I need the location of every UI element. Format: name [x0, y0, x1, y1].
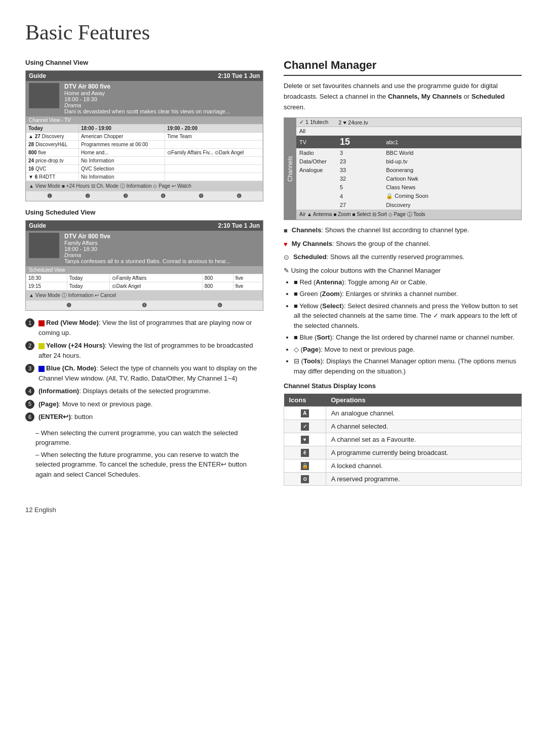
cm-sidebar: Channels ✓ 1 1futech 2 ♥ 24ore.tv AllTV1… [284, 118, 521, 220]
guide-time: 2:10 Tue 1 Jun [218, 72, 260, 79]
sbtn-1: ❶ [66, 302, 71, 309]
enter-sub2: When selecting the future programme, you… [35, 450, 263, 480]
guide-row: 28 DiscoveryH&LProgrammes resume at 06:0… [26, 141, 263, 149]
col-time1: 18:00 - 19:00 [79, 124, 165, 133]
btn-1: ❶ [47, 193, 52, 199]
guide-row: ▼ 6 R4DTTNo Information [26, 173, 263, 181]
page-footer: 12 English [25, 506, 522, 514]
cm-row: 4🔒 Coming Soon [296, 192, 521, 201]
guide2-header: Guide 2:10 Tue 1 Jun [26, 221, 263, 231]
numbered-item: 5 (Page): Move to next or previous page. [25, 399, 263, 409]
cm-footer: Air ▲ Antenna ■ Zoom ■ Select ⊟ Sort ◇ P… [296, 209, 521, 220]
guide2-info-bar: DTV Air 800 five Family Affairs 18:00 - … [26, 231, 263, 266]
right-column: Channel Manager Delete or set favourites… [284, 59, 522, 486]
cm-row: 5Class News [296, 183, 521, 192]
sbtn-4: ❹ [142, 302, 147, 309]
scheduled-table: 18:30Today⊙Family Affairs800five19:15Tod… [26, 274, 263, 290]
guide-thumbnail [29, 83, 59, 108]
colour-intro-text: Using the colour buttons with the Channe… [291, 267, 441, 274]
colour-bullet: ■ Red (Antenna): Toggle among Air or Cab… [294, 277, 522, 287]
colour-bullet: ⊟ (Tools): Displays the Channel Manager … [294, 356, 522, 376]
cm-header-row: ✓ 1 1futech 2 ♥ 24ore.tv [296, 118, 521, 127]
cm-table: AllTV15abc1Radio3BBC WorldData/Other23bi… [296, 127, 521, 209]
page-title: Basic Features [25, 20, 522, 45]
guide2-time: 2:10 Tue 1 Jun [218, 222, 260, 229]
cm-row: All [296, 127, 521, 136]
colour-bullet: ■ Green (Zoom): Enlarges or shrinks a ch… [294, 289, 522, 299]
guide2-info-text: DTV Air 800 five Family Affairs 18:00 - … [64, 233, 230, 264]
numbered-item: 1 Red (View Mode): View the list of prog… [25, 318, 263, 338]
cm-row: TV15abc1 [296, 136, 521, 149]
guide2-show-subtitle: Family Affairs [64, 240, 230, 246]
guide-row: 16 QVCQVC Selection [26, 165, 263, 173]
guide2-view-label: Scheduled View [26, 266, 263, 274]
cm-row: Radio3BBC World [296, 149, 521, 157]
intro2: or [464, 93, 470, 100]
scheduled-view-label: Using Scheduled View [25, 208, 263, 216]
guide2-title: Guide [29, 222, 46, 229]
channel-bullets: ■Channels: Shows the channel list accord… [284, 225, 522, 263]
channel-bullet: ⊙Scheduled: Shows all the currently rese… [284, 252, 522, 263]
status-row: ⊙A reserved programme. [284, 473, 522, 486]
guide-info-text: DTV Air 800 five Home and Away 18:00 - 1… [64, 83, 230, 114]
status-row: 🔒A locked channel. [284, 459, 522, 473]
numbered-item: 4 (Information): Displays details of the… [25, 386, 263, 396]
guide2-show-title: DTV Air 800 five [64, 233, 230, 240]
status-row: ✓A channel selected. [284, 420, 522, 433]
guide2-buttons: ❶ ❹ ❻ [26, 301, 263, 310]
guide-row: ▲ 27 DiscoveryAmerican ChopperTime Team [26, 133, 263, 141]
channel-manager-title: Channel Manager [284, 59, 522, 76]
colour-bullets: ■ Red (Antenna): Toggle among Air or Cab… [284, 277, 522, 376]
guide-info-bar: DTV Air 800 five Home and Away 18:00 - 1… [26, 81, 263, 116]
sbtn-6: ❻ [217, 302, 222, 309]
guide2-show-desc: Tanya confesses all to a stunned Babs. C… [64, 258, 230, 264]
guide-header: Guide 2:10 Tue 1 Jun [26, 71, 263, 81]
cm-row: 27Discovery [296, 201, 521, 209]
guide2-show-time: 18:00 - 18:30 [64, 246, 230, 252]
guide2-thumbnail [29, 233, 59, 258]
intro3: screen. [284, 103, 305, 111]
status-col-ops: Operations [326, 394, 521, 407]
status-row: ♥A channel set as a Favourite. [284, 433, 522, 446]
show-subtitle: Home and Away [64, 90, 230, 96]
cm-content: ✓ 1 1futech 2 ♥ 24ore.tv AllTV15abc1Radi… [296, 118, 521, 220]
status-section-label: Channel Status Display Icons [284, 382, 522, 390]
intro-para: Delete or set favourites channels and us… [284, 81, 522, 112]
colour-intro: ✎ Using the colour buttons with the Chan… [284, 267, 522, 274]
channel-manager-box: Channels ✓ 1 1futech 2 ♥ 24ore.tv AllTV1… [284, 117, 522, 220]
numbered-list: 1 Red (View Mode): View the list of prog… [25, 318, 263, 422]
btn-2: ❷ [85, 193, 90, 199]
btn-3: ❸ [123, 193, 128, 199]
colour-bullet: ◇ (Page): Move to next or previous page. [294, 345, 522, 355]
scheduled-row: 19:15Today⊙Dark Angel800five [26, 282, 263, 290]
guide2-show-genre: Drama [64, 252, 230, 258]
btn-4: ❹ [161, 193, 166, 199]
guide-box-scheduled: Guide 2:10 Tue 1 Jun DTV Air 800 five Fa… [25, 220, 263, 311]
colour-bullet: ■ Blue (Sort): Change the list ordered b… [294, 332, 522, 343]
cm-row: Data/Other23bid-up.tv [296, 157, 521, 166]
cm-row: Analogue33Boonerang [296, 166, 521, 175]
show-time: 18:00 - 18:30 [64, 96, 230, 102]
numbered-item: 3 Blue (Ch. Mode): Select the type of ch… [25, 363, 263, 383]
cm-header-check: ✓ 1 1futech [299, 119, 328, 125]
status-table: Icons Operations AAn analogue channel.✓A… [284, 394, 522, 486]
guide-row: 800 fiveHome and...⊙Family Affairs Fiv..… [26, 149, 263, 157]
guide2-footer: ▲ View Mode ⓘ Information ↩ Cancel [26, 290, 263, 301]
show-desc: Dani is devastated when scott makes clea… [64, 108, 230, 114]
intro-bold: Channels, My Channels [388, 93, 462, 100]
guide-table: Today 18:00 - 19:00 19:00 - 20:00 ▲ 27 D… [26, 124, 263, 181]
status-row: ěA programme currently being broadcast. [284, 446, 522, 459]
guide-buttons: ❶ ❷ ❸ ❹ ❺ ❻ [26, 191, 263, 201]
guide-footer: ▲ View Mode ■ +24 Hours ⊟ Ch. Mode ⓘ Inf… [26, 181, 263, 191]
guide-view-label: Channel View - TV [26, 116, 263, 124]
numbered-item: 2 Yellow (+24 Hours): Viewing the list o… [25, 341, 263, 360]
left-column: Using Channel View Guide 2:10 Tue 1 Jun … [25, 59, 263, 486]
col-today: Today [26, 124, 79, 133]
colour-bullet: ■ Yellow (Select): Select desired channe… [294, 301, 522, 331]
channel-bullet: ♥My Channels: Shows the group of the cha… [284, 239, 522, 249]
show-title: DTV Air 800 five [64, 83, 230, 90]
guide-row: 24 price-drop.tvNo Information [26, 157, 263, 165]
intro-bold2: Scheduled [472, 93, 505, 100]
btn-5: ❺ [199, 193, 204, 199]
guide-box-channel-view: Guide 2:10 Tue 1 Jun DTV Air 800 five Ho… [25, 70, 263, 201]
